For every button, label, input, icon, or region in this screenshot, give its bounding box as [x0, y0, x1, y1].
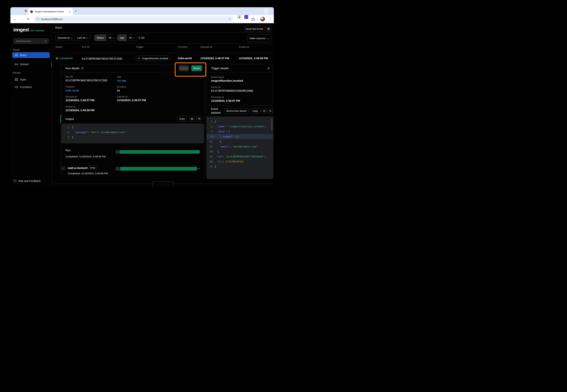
tab-list-chevron-icon[interactable]	[264, 8, 269, 14]
traffic-light-close[interactable]	[25, 10, 27, 12]
function-link[interactable]: hello-world	[66, 89, 79, 92]
code-line: 1{	[207, 119, 273, 124]
line-number: 1	[207, 120, 213, 123]
sidebar-scrollbar[interactable]	[51, 62, 52, 67]
expand-lines-icon	[198, 117, 200, 120]
site-info-icon[interactable]: i	[36, 18, 39, 21]
settings-gear-button[interactable]	[266, 26, 271, 32]
output-code[interactable]: 1{2"message": "Hello test@example.com!"3…	[61, 124, 204, 143]
timeline-run-label[interactable]: Run	[66, 149, 71, 152]
purple-extension-icon[interactable]	[244, 15, 248, 19]
time-range-select[interactable]: Last 3d	[75, 35, 90, 41]
main-content: Runs Send Test Event Queued at Last 3d S…	[52, 23, 274, 187]
sidebar-item-functions[interactable]: Functions	[12, 84, 50, 90]
app-filter[interactable]: App All	[117, 35, 137, 41]
column-header-trigger[interactable]: Trigger	[136, 45, 143, 48]
word-wrap-icon	[263, 110, 265, 112]
sidebar-item-stream[interactable]: Stream	[12, 61, 50, 67]
profile-avatar[interactable]	[260, 17, 265, 21]
cutoff-bottom-button[interactable]	[152, 181, 174, 187]
row-ended-at: 11/16/2024, 3:49:58 PM	[239, 57, 268, 60]
toolbar-separator	[257, 17, 258, 21]
field-label: Event ID	[211, 86, 253, 88]
table-columns-button[interactable]: Table columns	[247, 35, 271, 42]
output-word-wrap-button[interactable]	[189, 116, 195, 122]
page-title: Runs	[55, 26, 62, 29]
field-value: 11/16/2024, 3:49:57 PM	[117, 99, 146, 102]
line-number: 2	[62, 131, 69, 134]
step-expand-chevron[interactable]: ›	[61, 166, 65, 170]
code-line: 3"data": {	[207, 129, 273, 134]
collapse-panel-icon[interactable]	[267, 67, 270, 70]
event-payload-title: Event payload	[211, 107, 225, 114]
step-type-badge: sleep	[88, 166, 97, 170]
environment-select-value: Development	[16, 40, 45, 42]
column-header-ended-at[interactable]: Ended at	[239, 45, 249, 48]
field-label: Function	[66, 85, 79, 88]
send-to-dev-server-button[interactable]: Send to Dev Server	[224, 108, 248, 113]
environment-select[interactable]: Development	[14, 38, 49, 44]
code-line: 12},	[207, 139, 273, 144]
cancel-button[interactable]: Cancel	[179, 65, 189, 71]
tab-close-icon[interactable]: ×	[68, 10, 71, 13]
external-link-icon[interactable]	[81, 67, 84, 70]
app-link[interactable]: my-app	[117, 79, 126, 82]
inngest-favicon	[30, 10, 33, 13]
browser-menu-icon[interactable]: ⋮	[269, 17, 272, 21]
trigger-details-title: Trigger details	[211, 67, 228, 70]
status-filter[interactable]: Status All	[94, 35, 117, 41]
sidebar-item-runs[interactable]: Runs	[12, 52, 50, 58]
line-number: 12	[207, 140, 213, 143]
output-copy-button[interactable]: Copy	[177, 116, 187, 122]
event-payload-code[interactable]: 1{2"name": "inngest/function.invoked",3"…	[207, 117, 273, 179]
column-header-status[interactable]: Status	[55, 45, 62, 48]
bookmark-star-icon[interactable]: ☆	[228, 17, 231, 21]
status-value-label: All	[108, 36, 111, 39]
status-filter-value[interactable]: All	[106, 35, 116, 41]
payload-copy-button[interactable]: Copy	[250, 108, 260, 113]
back-button[interactable]: ←	[13, 17, 16, 21]
field-value: inngest/function.invoked	[211, 79, 243, 82]
field-value: 11/16/2024, 3:49:58 PM	[66, 109, 95, 112]
forward-button[interactable]: →	[20, 17, 23, 21]
code-content: "data": {	[215, 130, 230, 133]
app-filter-value[interactable]: All	[127, 35, 137, 41]
address-bar[interactable]: i localhost:8288/runs ☆	[34, 16, 233, 22]
new-tab-button[interactable]: +	[75, 9, 77, 13]
column-header-queued-at[interactable]: Queued at	[200, 45, 212, 48]
send-test-event-button[interactable]: Send Test Event	[244, 26, 265, 32]
row-run-id[interactable]: 01JCVBTMV3WXY9D3CFDEJFZSB1	[82, 57, 123, 60]
code-content: {	[72, 126, 73, 129]
time-field-select[interactable]: Queued at	[56, 35, 75, 41]
field-label: Ended at	[66, 105, 95, 108]
step-name[interactable]: wait-a-moment	[68, 166, 87, 169]
code-content: "name": "inngest/function.invoked",	[215, 125, 266, 128]
column-header-function[interactable]: Function	[178, 45, 187, 48]
extensions-puzzle-icon[interactable]	[251, 17, 255, 21]
payload-word-wrap-button[interactable]	[262, 108, 267, 113]
payload-scrollbar[interactable]	[271, 119, 272, 130]
run-completed-text: Completed: 11/16/2024, 3:49:58 PM	[66, 155, 106, 158]
time-range-label: Last 3d	[77, 36, 85, 39]
reload-button[interactable]: ↻	[27, 17, 29, 21]
column-header-run-id[interactable]: Run ID	[82, 45, 90, 48]
run-details-header: Run details Cancel Rerun	[61, 64, 205, 72]
payload-expand-button[interactable]	[268, 108, 273, 113]
sidebar-item-apps[interactable]: Apps	[12, 76, 50, 83]
code-line: 13"email": "test@example.com"	[207, 144, 273, 149]
sidebar: inngest DEV SERVER Development Monitor R…	[10, 23, 52, 187]
help-and-feedback[interactable]: ? Help and Feedback	[13, 180, 41, 182]
browser-tab[interactable]: Inngest Development Server ×	[28, 8, 73, 15]
run-bar[interactable]	[119, 150, 200, 154]
field-ended-at: Ended at 11/16/2024, 3:49:58 PM	[66, 105, 95, 112]
step-bar[interactable]	[120, 167, 197, 170]
output-title: Output	[66, 117, 74, 120]
collapse-chevron-icon[interactable]: ›	[213, 135, 215, 138]
step-completed-text: Completed: 11/16/2024, 3:49:58 PM	[68, 172, 108, 175]
time-filter[interactable]: Queued at Last 3d	[55, 35, 91, 41]
rerun-button[interactable]: Rerun	[191, 65, 202, 71]
row-trigger-badge[interactable]: inngest/function.invoked	[136, 56, 171, 61]
stream-icon	[15, 63, 18, 66]
output-expand-button[interactable]	[197, 116, 202, 122]
password-manager-extension-icon[interactable]	[237, 15, 241, 19]
